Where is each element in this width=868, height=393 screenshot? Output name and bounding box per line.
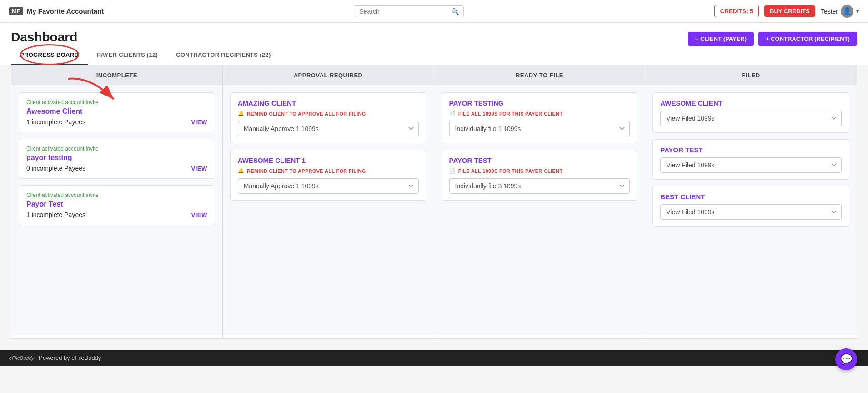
card-payees-1: 0 incomplete Payees [26, 165, 85, 172]
column-ready-header: READY TO FILE [434, 66, 645, 85]
card-view-link-0[interactable]: VIEW [191, 119, 207, 126]
tab-contractor-recipients[interactable]: CONTRACTOR RECIPIENTS (22) [167, 46, 280, 65]
brand-initials: MF [9, 7, 23, 15]
approval-card-0: AMAZING CLIENT 🔔 REMIND CLIENT TO APPROV… [230, 92, 426, 143]
approval-dropdown-0[interactable]: Manually Approve 1 1099s [238, 121, 419, 136]
ready-dropdown-1[interactable]: Individually file 3 1099s [449, 178, 630, 194]
ready-action-link-0[interactable]: 📄 FILE ALL 1099S FOR THIS PAYER CLIENT [449, 111, 630, 116]
approval-action-link-0[interactable]: 🔔 REMIND CLIENT TO APPROVE ALL FOR FILIN… [238, 111, 419, 116]
card-payees-2: 1 incomplete Payees [26, 211, 85, 218]
filed-client-name-0[interactable]: AWESOME CLIENT [660, 99, 842, 107]
file-icon-0: 📄 [449, 111, 456, 116]
ready-client-name-0[interactable]: PAYOR TESTING [449, 99, 630, 107]
column-ready-body: PAYOR TESTING 📄 FILE ALL 1099S FOR THIS … [434, 85, 645, 335]
brand: MF My Favorite Accountant [9, 7, 104, 15]
chat-icon: 💬 [840, 353, 853, 365]
tab-progress-board[interactable]: PROGRESS BOARD [11, 46, 88, 65]
filed-dropdown-2[interactable]: View Filed 1099s [660, 204, 842, 220]
footer-text: Powered by eFileBuddy [39, 354, 101, 361]
filed-card-1: PAYOR TEST View Filed 1099s [652, 139, 849, 180]
ready-dropdown-0[interactable]: Individually file 1 1099s [449, 121, 630, 136]
column-approval-header: APPROVAL REQUIRED [223, 66, 434, 85]
client-name-link-0[interactable]: Awesome Client [26, 107, 207, 116]
kanban-board: INCOMPLETE Client activated account invi… [11, 65, 857, 339]
filed-dropdown-1[interactable]: View Filed 1099s [660, 157, 842, 173]
column-filed-header: FILED [645, 66, 857, 85]
client-name-link-2[interactable]: Payor Test [26, 200, 207, 208]
chevron-down-icon: ▾ [856, 8, 859, 15]
ready-action-label-0: FILE ALL 1099S FOR THIS PAYER CLIENT [458, 111, 563, 116]
search-icon: 🔍 [451, 8, 459, 15]
column-incomplete: INCOMPLETE Client activated account invi… [11, 66, 223, 338]
ready-action-link-1[interactable]: 📄 FILE ALL 1099S FOR THIS PAYER CLIENT [449, 168, 630, 174]
approval-action-link-1[interactable]: 🔔 REMIND CLIENT TO APPROVE ALL FOR FILIN… [238, 168, 419, 174]
filed-card-2: BEST CLIENT View Filed 1099s [652, 186, 849, 227]
filed-client-name-2[interactable]: BEST CLIENT [660, 193, 842, 201]
column-approval-body: AMAZING CLIENT 🔔 REMIND CLIENT TO APPROV… [223, 85, 434, 335]
file-icon-1: 📄 [449, 168, 456, 174]
incomplete-card-0: Client activated account invite Awesome … [19, 92, 215, 132]
footer: eFileBuddy Powered by eFileBuddy [0, 350, 868, 366]
column-approval: APPROVAL REQUIRED AMAZING CLIENT 🔔 REMIN… [223, 66, 434, 338]
card-footer-1: 0 incomplete Payees VIEW [26, 165, 207, 172]
ready-card-0: PAYOR TESTING 📄 FILE ALL 1099S FOR THIS … [442, 92, 638, 143]
tab-progress-board-label: PROGRESS BOARD [20, 51, 79, 58]
approval-dropdown-1[interactable]: Manually Approve 1 1099s [238, 178, 419, 194]
tabs-wrapper: PROGRESS BOARD PAYER CLIENTS (12) CONTRA… [0, 46, 868, 65]
column-incomplete-body: Client activated account invite Awesome … [11, 85, 222, 335]
remind-icon-0: 🔔 [238, 111, 244, 116]
add-contractor-button[interactable]: + CONTRACTOR (RECIPIENT) [758, 32, 857, 46]
page-title: Dashboard [11, 30, 77, 45]
incomplete-card-1: Client activated account invite payor te… [19, 139, 215, 179]
column-filed-body: AWESOME CLIENT View Filed 1099s PAYOR TE… [645, 85, 857, 335]
column-ready-to-file: READY TO FILE PAYOR TESTING 📄 FILE ALL 1… [434, 66, 646, 338]
person-icon: 👤 [843, 7, 852, 15]
user-name: Tester [821, 8, 838, 15]
card-view-link-1[interactable]: VIEW [191, 165, 207, 172]
search-box[interactable]: 🔍 [355, 5, 464, 17]
page-header: Dashboard + CLIENT (PAYER) + CONTRACTOR … [0, 23, 868, 46]
navbar: MF My Favorite Accountant 🔍 CREDITS: 5 B… [0, 0, 868, 23]
add-client-button[interactable]: + CLIENT (PAYER) [688, 32, 754, 46]
remind-icon-1: 🔔 [238, 168, 244, 174]
card-footer-0: 1 incomplete Payees VIEW [26, 118, 207, 126]
brand-name: My Favorite Accountant [27, 7, 104, 15]
filed-dropdown-0[interactable]: View Filed 1099s [660, 111, 842, 126]
user-menu[interactable]: Tester 👤 ▾ [821, 5, 859, 18]
navbar-right: CREDITS: 5 BUY CREDITS Tester 👤 ▾ [714, 5, 859, 18]
card-invite-label-2: Client activated account invite [26, 192, 207, 198]
approval-client-name-0[interactable]: AMAZING CLIENT [238, 99, 419, 107]
column-incomplete-header: INCOMPLETE [11, 66, 222, 85]
buy-credits-button[interactable]: BUY CREDITS [764, 5, 815, 17]
approval-card-1: AWESOME CLIENT 1 🔔 REMIND CLIENT TO APPR… [230, 150, 426, 201]
main-content: INCOMPLETE Client activated account invi… [0, 65, 868, 350]
credits-button[interactable]: CREDITS: 5 [714, 5, 759, 17]
avatar: 👤 [841, 5, 853, 18]
approval-action-label-0: REMIND CLIENT TO APPROVE ALL FOR FILING [247, 111, 366, 116]
column-filed: FILED AWESOME CLIENT View Filed 1099s PA… [645, 66, 857, 338]
card-invite-label-1: Client activated account invite [26, 146, 207, 152]
tab-payer-clients-label: PAYER CLIENTS (12) [97, 51, 158, 58]
card-footer-2: 1 incomplete Payees VIEW [26, 211, 207, 218]
incomplete-card-2: Client activated account invite Payor Te… [19, 185, 215, 225]
approval-action-label-1: REMIND CLIENT TO APPROVE ALL FOR FILING [247, 168, 366, 174]
search-input[interactable] [360, 8, 451, 15]
tabs-container: PROGRESS BOARD PAYER CLIENTS (12) CONTRA… [0, 46, 868, 65]
filed-card-0: AWESOME CLIENT View Filed 1099s [652, 92, 849, 133]
ready-client-name-1[interactable]: PAYOR TEST [449, 156, 630, 164]
approval-client-name-1[interactable]: AWESOME CLIENT 1 [238, 156, 419, 164]
client-name-link-1[interactable]: payor testing [26, 154, 207, 162]
card-view-link-2[interactable]: VIEW [191, 212, 207, 218]
header-actions: + CLIENT (PAYER) + CONTRACTOR (RECIPIENT… [688, 32, 857, 46]
ready-action-label-1: FILE ALL 1099S FOR THIS PAYER CLIENT [458, 168, 563, 174]
tab-payer-clients[interactable]: PAYER CLIENTS (12) [88, 46, 167, 65]
tab-contractor-recipients-label: CONTRACTOR RECIPIENTS (22) [176, 51, 271, 58]
ready-card-1: PAYOR TEST 📄 FILE ALL 1099S FOR THIS PAY… [442, 150, 638, 201]
footer-logo: eFileBuddy [9, 355, 34, 361]
filed-client-name-1[interactable]: PAYOR TEST [660, 146, 842, 154]
card-payees-0: 1 incomplete Payees [26, 118, 85, 126]
card-invite-label-0: Client activated account invite [26, 99, 207, 106]
